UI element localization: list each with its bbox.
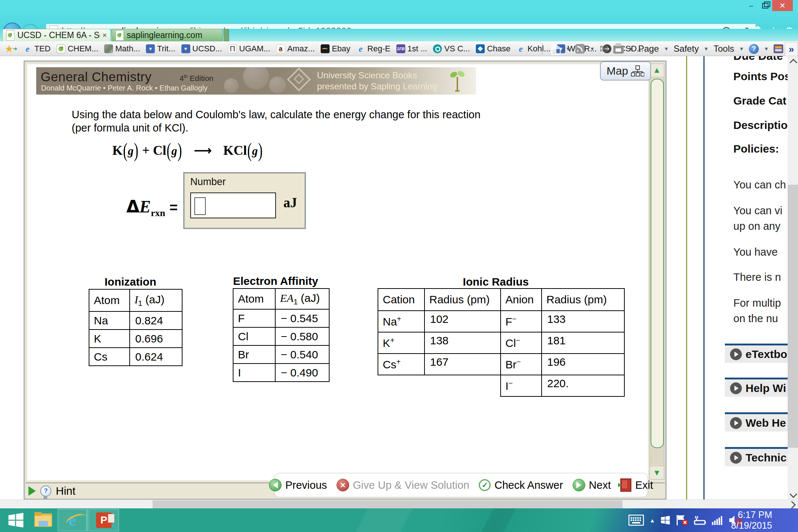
tab-close-icon[interactable]: × [102, 31, 107, 40]
table-row: Br− 0.540 [233, 345, 329, 364]
favorites-overflow-button[interactable]: » [785, 42, 798, 56]
table-row: I− 0.490 [233, 364, 329, 382]
taskbar-ie-button[interactable]: e [58, 509, 88, 531]
favorite-vsco[interactable]: VS C... [430, 44, 473, 54]
previous-button[interactable]: Previous [269, 479, 327, 491]
ie-icon: e [516, 44, 525, 53]
column-icon: Π [228, 44, 237, 53]
restore-button[interactable] [758, 0, 772, 11]
favorite-label: UGAM... [239, 44, 270, 54]
tab-favicon [6, 30, 14, 41]
rss-feed-icon[interactable] [575, 44, 585, 54]
home-dropdown-icon[interactable]: ▼ [565, 46, 570, 52]
minimize-button[interactable]: – [744, 0, 758, 11]
favorite-ebay[interactable]: Ebay [318, 44, 353, 54]
help-dropdown-icon[interactable]: ▼ [764, 46, 769, 52]
rss-dropdown-icon[interactable]: ▼ [590, 46, 595, 52]
favorite-ted[interactable]: eTED [21, 44, 53, 54]
page-menu[interactable]: Page [638, 44, 659, 54]
col-header: EA1 (aJ) [275, 289, 329, 309]
hint-button[interactable]: Hint [56, 485, 75, 497]
etextbook-button[interactable]: eTextbo [725, 344, 788, 363]
table-row: K0.696 [89, 330, 182, 348]
tab-saplinglearning[interactable]: saplinglearning.com [112, 29, 223, 41]
favorite-math[interactable]: Math... [102, 44, 143, 54]
file-explorer-icon[interactable] [34, 511, 52, 528]
favorite-chase[interactable]: Chase [473, 44, 513, 54]
scrollbar-thumb[interactable] [651, 79, 664, 448]
close-button[interactable]: ✕ [772, 0, 793, 11]
wallpaper-decoration [481, 508, 516, 532]
favorite-ucsd[interactable]: ▾UCSD... [179, 44, 225, 54]
publisher-name: University Science Books [317, 70, 417, 81]
ie-icon: e [356, 44, 365, 53]
favorite-label: Chase [487, 44, 511, 54]
answer-input[interactable] [190, 192, 276, 218]
table-row: Cs0.624 [89, 348, 182, 366]
favorite-label: Ebay [332, 44, 350, 54]
scroll-down-icon[interactable]: ▼ [650, 467, 664, 479]
give-up-button[interactable]: ✕Give Up & View Solution [337, 479, 469, 491]
start-button[interactable] [7, 512, 24, 528]
scroll-down-icon[interactable] [790, 490, 797, 498]
vertical-scrollbar[interactable] [788, 56, 798, 499]
molecule-decoration [243, 67, 269, 89]
system-clock[interactable]: 6:17 PM 8/19/2015 [731, 509, 772, 531]
map-button[interactable]: Map [600, 61, 651, 81]
show-hidden-icons[interactable]: ▲ [649, 517, 655, 524]
ucsd-icon: ▾ [181, 44, 190, 53]
print-dropdown-icon[interactable]: ▼ [628, 46, 634, 52]
info-text: on the nu [733, 313, 778, 325]
scrollbar-thumb[interactable] [153, 500, 623, 508]
add-favorite-button[interactable]: ★➜ [2, 43, 20, 55]
favorite-rege[interactable]: eReg-E [354, 44, 393, 54]
power-battery-icon[interactable] [694, 515, 706, 525]
favorite-label: TED [34, 44, 51, 54]
web-help-button[interactable]: Web He [725, 412, 788, 432]
favorite-1st-bank[interactable]: 1FB1st ... [394, 44, 430, 54]
network-signal-icon[interactable] [712, 515, 723, 525]
windows-tray-icon[interactable] [661, 515, 670, 525]
scrollbar-thumb[interactable] [788, 185, 798, 448]
safety-menu[interactable]: Safety [673, 44, 699, 54]
home-page-icon[interactable] [551, 44, 560, 53]
check-answer-button[interactable]: ✓Check Answer [479, 479, 563, 491]
action-center-flag-icon[interactable] [676, 514, 688, 526]
hint-expander-icon[interactable] [28, 486, 36, 496]
exit-button[interactable]: Exit [620, 478, 653, 492]
presented-by: presented by Sapling Learning [317, 81, 437, 92]
favorite-triton[interactable]: ▾Trit... [143, 44, 178, 54]
help-button[interactable]: Help Wi [725, 378, 788, 397]
tab-label: UCSD - CHEM 6A - Session II... [17, 30, 100, 40]
browser-viewport: General Chemistry 4th Edition Donald McQ… [0, 56, 798, 499]
new-tab-stub[interactable] [224, 29, 229, 41]
touch-keyboard-icon[interactable] [628, 515, 644, 526]
scroll-right-icon[interactable] [788, 501, 796, 509]
tools-menu[interactable]: Tools [713, 44, 734, 54]
favorite-amazon[interactable]: aAmaz... [274, 44, 318, 54]
book-authors: Donald McQuarrie • Peter A. Rock • Ethan… [41, 84, 208, 92]
hint-bulb-icon[interactable]: ? [40, 485, 51, 497]
input-caret-box [194, 197, 206, 215]
next-button[interactable]: Next [573, 479, 611, 491]
scroll-up-icon[interactable]: ▲ [650, 64, 664, 76]
safety-dropdown-icon: ▼ [703, 46, 709, 52]
favorite-label: Amaz... [287, 44, 315, 54]
sapling-leaf-icon [117, 33, 121, 37]
horizontal-scrollbar[interactable] [0, 499, 798, 508]
favorite-chem[interactable]: CHEM... [54, 44, 101, 54]
gold-star-icon: ★ [5, 43, 13, 55]
onenote-icon[interactable] [774, 44, 783, 53]
technical-support-button[interactable]: Technic [725, 447, 788, 466]
toolbar-separator [542, 43, 543, 54]
molecule-decoration [224, 78, 239, 93]
print-icon[interactable] [613, 45, 624, 54]
favorite-ugam[interactable]: ΠUGAM... [225, 44, 273, 54]
tab-ucsd-chem[interactable]: UCSD - CHEM 6A - Session II... × [2, 29, 111, 41]
scroll-up-icon[interactable] [790, 59, 797, 66]
help-icon[interactable]: ? [749, 44, 759, 54]
mail-icon[interactable]: ✉ [600, 43, 608, 55]
table-row: Cs+167 [378, 354, 504, 375]
taskbar-powerpoint-button[interactable]: P [89, 509, 119, 531]
activity-scrollbar[interactable]: ▲ ▼ [649, 64, 664, 480]
